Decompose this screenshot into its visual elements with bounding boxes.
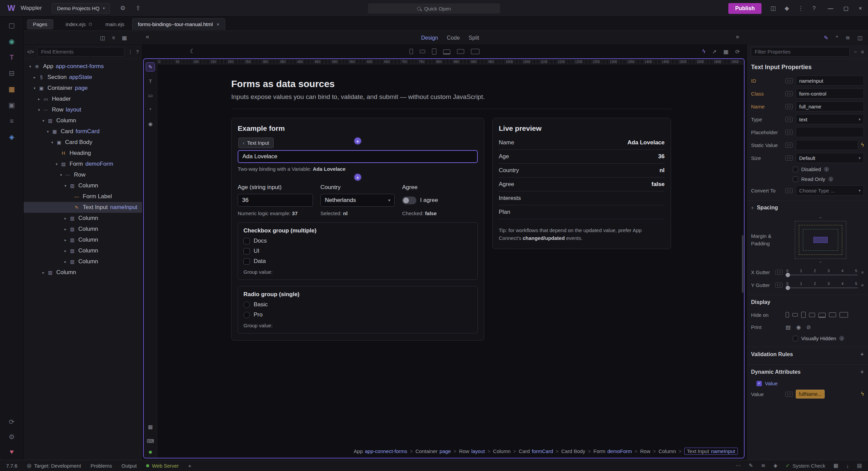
breadcrumb-item-demoForm[interactable]: FormdemoForm xyxy=(593,448,632,454)
value-binding-expression[interactable]: fullName... xyxy=(796,390,825,398)
breadcrumb-item-card-body[interactable]: Card Body xyxy=(561,448,585,454)
pages-button[interactable]: Pages xyxy=(27,19,53,29)
node-services-icon[interactable]: ◉ xyxy=(9,38,15,45)
dynamic-attributes-section-header[interactable]: Dynamic Attributes + xyxy=(747,364,868,378)
tree-item-nameInput[interactable]: ✎Text InputnameInput xyxy=(24,202,142,213)
prop-select[interactable]: Default▾ xyxy=(796,153,864,163)
add-element-button-2[interactable]: + xyxy=(354,173,362,181)
add-panel-button[interactable]: + xyxy=(188,463,191,469)
more-menu-icon[interactable]: ⋮ xyxy=(798,5,804,12)
device-laptop-icon[interactable] xyxy=(443,49,450,54)
y-gutter-clear-icon[interactable]: × xyxy=(861,282,864,288)
chevron-right-icon[interactable]: ▸ xyxy=(62,216,68,221)
extensions-icon[interactable]: ◈ xyxy=(773,463,777,469)
quick-open-button[interactable]: Quick Open xyxy=(368,3,500,14)
dynamic-toggle-icon[interactable] xyxy=(775,283,783,288)
hide-tablet-landscape-icon[interactable] xyxy=(809,313,815,317)
expand-panel-icon[interactable]: » xyxy=(736,33,739,40)
print-visible-icon[interactable]: ◉ xyxy=(796,324,801,330)
chevron-down-icon[interactable]: ▾ xyxy=(49,140,55,145)
tree-item-column[interactable]: ▸▥Column xyxy=(24,267,142,278)
dynamic-picker-icon[interactable]: ϟ xyxy=(861,142,864,148)
margin-box[interactable] xyxy=(795,221,846,259)
dynamic-toggle-icon[interactable] xyxy=(775,270,783,275)
prop-select[interactable]: text▾ xyxy=(796,114,864,124)
chevron-right-icon[interactable]: ▸ xyxy=(62,238,68,242)
tree-options-icon[interactable]: ⋮ xyxy=(128,49,133,55)
tree-help-icon[interactable]: ? xyxy=(136,49,139,55)
hide-laptop-icon[interactable] xyxy=(818,313,826,317)
project-selector[interactable]: Demo Projects HQ ▾ xyxy=(52,3,110,14)
dynamic-toggle-icon[interactable] xyxy=(785,91,793,96)
hide-tablet-icon[interactable] xyxy=(801,312,806,318)
layers-icon[interactable]: ≡ xyxy=(10,118,14,124)
updates-icon[interactable]: ⟳ xyxy=(9,418,15,425)
close-button[interactable]: × xyxy=(859,5,862,12)
padding-box[interactable] xyxy=(803,229,838,251)
text-tool-icon[interactable]: T xyxy=(146,77,155,86)
breadcrumb-item-app-connect-forms[interactable]: Appapp-connect-forms xyxy=(354,448,407,454)
maximize-button[interactable]: ▢ xyxy=(844,5,849,12)
agree-toggle[interactable] xyxy=(402,197,416,204)
hide-phone-icon[interactable] xyxy=(786,312,789,318)
breadcrumb-item-layout[interactable]: Rowlayout xyxy=(459,448,485,454)
selected-element-badge[interactable]: ‹ Text Input xyxy=(238,138,274,148)
add-element-button[interactable]: + xyxy=(354,137,362,145)
chevron-down-icon[interactable]: ▾ xyxy=(32,86,38,90)
x-gutter-knob[interactable] xyxy=(786,273,790,277)
visibility-tool-icon[interactable]: ◉ xyxy=(146,119,155,128)
components-icon[interactable]: ▣ xyxy=(8,102,15,108)
prop-input[interactable] xyxy=(796,140,858,150)
tree-item-column[interactable]: ▸▥Column xyxy=(24,234,142,245)
convert-to-select[interactable]: Choose Type ... ▾ xyxy=(796,185,864,196)
tab-main.ejs[interactable]: main.ejs xyxy=(100,18,130,30)
chevron-right-icon[interactable]: ▸ xyxy=(62,249,68,253)
panel-layout-icon[interactable]: ◫ xyxy=(770,5,776,12)
filter-properties-input[interactable] xyxy=(751,47,850,57)
tree-item-heading[interactable]: HHeading xyxy=(24,148,142,159)
hide-large-desktop-icon[interactable] xyxy=(840,312,848,318)
checkbox-icon[interactable] xyxy=(243,258,250,265)
output-button[interactable]: Output xyxy=(121,463,137,469)
code-view-icon[interactable]: </> xyxy=(27,49,34,55)
web-server-status[interactable]: Web Server xyxy=(146,463,179,469)
shortcuts-icon[interactable]: ⌨ xyxy=(146,436,155,446)
publish-button[interactable]: Publish xyxy=(728,3,762,14)
device-large-desktop-icon[interactable] xyxy=(471,49,479,54)
border-box[interactable] xyxy=(799,225,842,255)
add-validation-rule-icon[interactable]: + xyxy=(860,351,864,357)
grid-toggle-icon[interactable]: ▦ xyxy=(146,422,155,431)
full-name-input[interactable] xyxy=(238,150,478,163)
dynamic-toggle-icon[interactable] xyxy=(785,104,793,109)
box-model-widget[interactable]: − − xyxy=(777,216,864,264)
chevron-right-icon[interactable]: ▸ xyxy=(62,260,68,264)
breadcrumb-item-row[interactable]: Row xyxy=(640,448,650,454)
chevron-down-icon[interactable]: ▾ xyxy=(27,64,33,69)
dynamic-toggle-icon[interactable] xyxy=(785,392,793,397)
radio-icon[interactable] xyxy=(243,312,250,318)
hide-desktop-icon[interactable] xyxy=(829,312,836,317)
y-gutter-slider[interactable]: 012345 xyxy=(786,282,858,288)
radio-basic[interactable]: Basic xyxy=(243,301,472,308)
checkbox-docs[interactable]: Docs xyxy=(243,238,472,244)
edit-mode-icon[interactable]: ✎ xyxy=(824,35,828,41)
hide-phone-landscape-icon[interactable] xyxy=(792,313,798,316)
margin-decrease-icon[interactable]: − xyxy=(819,216,822,220)
select-tool-icon[interactable]: ✎ xyxy=(146,62,155,71)
tree-item-column[interactable]: ▸▥Column xyxy=(24,256,142,267)
chevron-down-icon[interactable]: ▾ xyxy=(36,108,42,112)
checkbox-ui[interactable]: UI xyxy=(243,248,472,254)
y-gutter-knob[interactable] xyxy=(786,286,790,290)
design-scrollbar[interactable] xyxy=(742,235,744,293)
target-selector[interactable]: ◎ Target: Development xyxy=(27,463,81,469)
chevron-down-icon[interactable]: ▾ xyxy=(45,129,51,134)
tree-item-column[interactable]: ▸▥Column xyxy=(24,213,142,224)
app-structure-view-icon[interactable]: ◫ xyxy=(100,35,105,41)
radio-pro[interactable]: Pro xyxy=(243,311,472,318)
print-hidden-icon[interactable]: ⊘ xyxy=(806,324,811,330)
checkbox-icon[interactable] xyxy=(243,248,250,254)
news-heart-icon[interactable]: ♥ xyxy=(10,448,14,455)
asset-manager-icon[interactable]: ▦ xyxy=(8,86,15,93)
chevron-down-icon[interactable]: ▾ xyxy=(58,173,64,177)
collapse-sections-icon[interactable]: − xyxy=(854,49,857,55)
